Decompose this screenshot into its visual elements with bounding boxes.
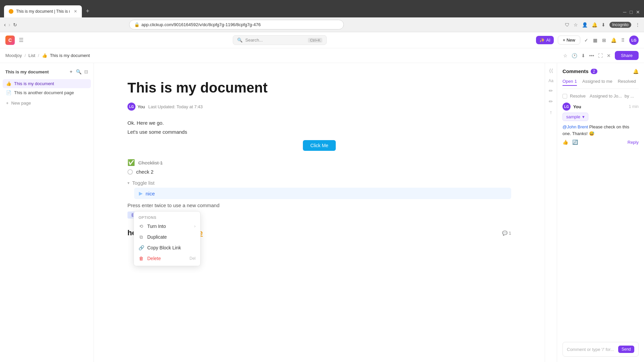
comment-count: 1 — [509, 231, 511, 236]
comments-badge: 2 — [591, 69, 598, 74]
search-bar[interactable]: 🔍 Search... Ctrl+K — [233, 35, 327, 45]
check-empty-icon[interactable] — [127, 169, 133, 175]
breadcrumb-doc-emoji: 👍 — [42, 53, 47, 58]
close-btn[interactable]: ✕ — [636, 9, 640, 15]
tab-assigned-label: Assigned to me — [582, 79, 612, 84]
sidebar-item-doc1[interactable]: 👍 This is my document — [3, 79, 91, 88]
context-menu-turn-into[interactable]: ⟲ Turn Into › — [134, 221, 200, 232]
comment-item: LG You 1 min sample ▾ @John Brent Please… — [562, 103, 639, 145]
toggle-list-label: Toggle list — [132, 180, 155, 186]
browser-chrome: This is my document | This is m... ✕ + ─… — [0, 0, 644, 17]
browser-toolbar: ‹ › ↻ 🔒 app.clickup.com/9016164592/v/dc/… — [0, 17, 644, 32]
send-button[interactable]: Send — [618, 346, 634, 353]
browser-ext-icons: 🛡 ☆ 👤 🔔 ⬇ Incognito ⋮ — [565, 22, 640, 28]
checkmark-icon: ✓ — [584, 38, 588, 43]
menu-icon[interactable]: ⋮ — [635, 22, 640, 27]
sidebar-item-label-1: This is my document — [14, 81, 54, 86]
profile-icon: 👤 — [582, 22, 588, 27]
context-menu-delete[interactable]: 🗑 Delete Del — [134, 253, 200, 264]
bell-icon[interactable]: 🔔 — [611, 38, 616, 43]
address-bar[interactable]: 🔒 app.clickup.com/9016164592/v/dc/8cpfg7… — [129, 20, 344, 29]
edit-icon[interactable]: ✏ — [549, 88, 553, 94]
reaction-icon[interactable]: 🔄 — [572, 139, 578, 145]
more-icon[interactable]: ••• — [589, 53, 594, 58]
new-page-btn[interactable]: + New page — [3, 99, 91, 108]
clock-icon[interactable]: 🕐 — [572, 53, 577, 58]
new-tab-btn[interactable]: + — [83, 8, 93, 17]
tab-open-label: Open — [562, 79, 573, 84]
sidebar-item-label-2: This is another document page — [14, 90, 74, 95]
breadcrumb-doc-title[interactable]: This is my document — [50, 53, 90, 58]
breadcrumb-list[interactable]: List — [29, 53, 35, 58]
tab-open[interactable]: Open 1 — [562, 79, 577, 86]
comment-author: You — [573, 104, 581, 109]
collapse-panel-icon[interactable]: ⟨⟨ — [549, 68, 553, 74]
share-button[interactable]: Share — [615, 51, 639, 60]
app-topbar: C ☰ 🔍 Search... Ctrl+K ✨ AI + New ✓ ▦ ⊞ … — [0, 32, 644, 48]
sidebar-title: This is my document — [5, 69, 49, 74]
bell-comments-icon[interactable]: 🔔 — [633, 69, 639, 74]
tab-resolved[interactable]: Resolved — [618, 79, 636, 86]
comment-count-badge[interactable]: 💬 1 — [502, 231, 511, 236]
download-doc-icon[interactable]: ⬇ — [581, 53, 585, 58]
author-avatar: LG — [127, 103, 136, 111]
breadcrumb-workspace[interactable]: Moodjoy — [5, 53, 22, 58]
url-text: app.clickup.com/9016164592/v/dc/8cpfg7g-… — [142, 22, 261, 27]
share-doc-icon[interactable]: ↑ — [550, 109, 552, 115]
sidebar-item-doc2[interactable]: 📄 This is another document page — [3, 88, 91, 97]
sidebar-sparkle-icon[interactable]: ✦ — [69, 69, 73, 74]
comments-tabs: Open 1 Assigned to me Resolved — [562, 79, 639, 89]
thumbsup-icon[interactable]: 👍 — [562, 139, 568, 145]
reply-button[interactable]: Reply — [628, 140, 639, 145]
comment-text-container: @John Brent Please check on this one. Th… — [562, 124, 639, 137]
reload-btn[interactable]: ↻ — [13, 22, 17, 27]
comments-panel: Comments 2 🔔 Open 1 Assigned to me Resol… — [557, 63, 644, 362]
context-menu: OPTIONS ⟲ Turn Into › ⧉ Duplicate 🔗 Copy… — [133, 211, 201, 266]
sidebar-search-icon[interactable]: 🔍 — [76, 69, 82, 74]
user-avatar[interactable]: LG — [629, 36, 639, 45]
new-button[interactable]: + New — [558, 36, 580, 45]
close-doc-icon[interactable]: ✕ — [607, 53, 611, 58]
nice-block[interactable]: ▶ nice — [134, 188, 511, 199]
apps-icon[interactable]: ⠿ — [621, 38, 625, 43]
context-menu-duplicate[interactable]: ⧉ Duplicate — [134, 232, 200, 242]
add-icon: + — [6, 101, 9, 106]
bookmark-icon[interactable]: ☆ — [574, 22, 578, 27]
nice-arrow-icon: ▶ — [139, 190, 143, 196]
by-label: by ... — [625, 94, 634, 99]
checklist-label-2: check 2 — [136, 169, 154, 175]
tab-close-icon[interactable]: ✕ — [74, 9, 77, 14]
checklist-label-1: Checklist 1 — [138, 160, 163, 166]
context-menu-copy-block-link[interactable]: 🔗 Copy Block Link — [134, 242, 200, 253]
forward-btn[interactable]: › — [8, 22, 10, 28]
duplicate-label: Duplicate — [147, 234, 167, 240]
sidebar-collapse-icon[interactable]: ⊟ — [84, 69, 88, 74]
expand-icon[interactable]: ⛶ — [598, 53, 603, 58]
check-done-icon[interactable]: ✅ — [127, 159, 135, 166]
comment-tag[interactable]: sample ▾ — [562, 113, 588, 121]
tab-favicon — [9, 9, 13, 14]
breadcrumb-sep1: / — [24, 53, 26, 58]
minimize-btn[interactable]: ─ — [623, 9, 627, 15]
active-tab[interactable]: This is my document | This is m... ✕ — [4, 5, 82, 17]
tab-assigned[interactable]: Assigned to me — [582, 79, 612, 86]
checklist: ✅ Checklist 1 check 2 — [127, 158, 511, 176]
checklist-item-2: check 2 — [127, 168, 511, 176]
main-area: This is my document ✦ 🔍 ⊟ 👍 This is my d… — [0, 63, 644, 362]
sidebar-toggle-icon[interactable]: ☰ — [19, 37, 23, 43]
trash-icon: 🗑 — [139, 256, 144, 261]
click-me-button[interactable]: Click Me — [303, 140, 336, 151]
back-btn[interactable]: ‹ — [4, 22, 6, 28]
maximize-btn[interactable]: □ — [630, 9, 633, 15]
toggle-arrow-icon[interactable]: ▾ — [127, 181, 129, 185]
bookmark-doc-icon[interactable]: ☆ — [563, 53, 568, 58]
edit2-icon[interactable]: ✏ — [549, 99, 553, 105]
assigned-label: Assigned to Jo... — [590, 94, 622, 99]
resolve-row: Resolve Assigned to Jo... by ... — [562, 94, 639, 99]
search-icon: 🔍 — [237, 38, 243, 43]
ai-button[interactable]: ✨ AI — [536, 36, 553, 44]
comment-input-area[interactable]: Comment or type '/' for... Send — [562, 342, 639, 357]
font-size-icon[interactable]: Aa — [548, 78, 553, 83]
resolve-checkbox[interactable] — [562, 94, 567, 99]
comment-user-row: LG You 1 min — [562, 103, 639, 111]
